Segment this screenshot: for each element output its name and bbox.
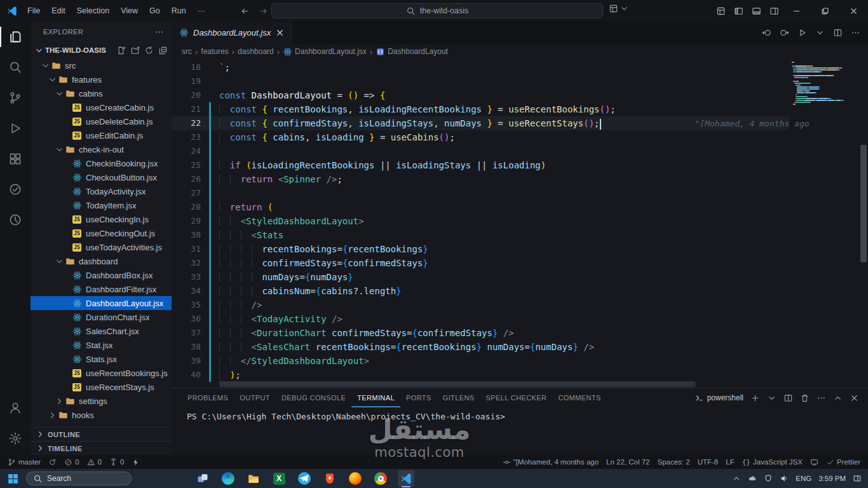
- line-number[interactable]: 40: [172, 368, 201, 382]
- breadcrumb-src[interactable]: src: [182, 47, 192, 56]
- taskbar-task-view-icon[interactable]: [194, 470, 211, 487]
- code-line-28[interactable]: 28 return (: [172, 200, 789, 214]
- section-outline[interactable]: OUTLINE: [31, 427, 172, 441]
- activity-run-debug-icon[interactable]: [0, 113, 31, 144]
- line-number[interactable]: 18: [172, 60, 201, 74]
- panel-tab-problems[interactable]: PROBLEMS: [182, 388, 234, 407]
- activity-extension-b-icon[interactable]: [0, 205, 31, 235]
- tree-file-usecheckingin-js[interactable]: JSuseCheckingIn.js: [31, 212, 172, 226]
- tree-folder-settings[interactable]: settings: [31, 394, 172, 408]
- status-warnings[interactable]: 0: [83, 455, 105, 469]
- line-number[interactable]: 25: [172, 158, 201, 172]
- tree-file-userecentstays-js[interactable]: JSuseRecentStays.js: [31, 380, 172, 394]
- toggle-secondary-sidebar-icon[interactable]: [770, 6, 779, 16]
- line-number[interactable]: 23: [172, 130, 201, 144]
- panel-tab-spell-checker[interactable]: SPELL CHECKER: [480, 388, 553, 407]
- taskbar-telegram-icon[interactable]: [296, 470, 313, 487]
- tray-chevron-icon[interactable]: [732, 474, 741, 483]
- toggle-panel-icon[interactable]: [752, 6, 761, 16]
- status-sync[interactable]: [44, 455, 60, 469]
- tree-folder-dashboard[interactable]: dashboard: [31, 254, 172, 268]
- horizontal-scrollbar[interactable]: [219, 381, 696, 387]
- start-button[interactable]: [8, 473, 18, 484]
- code-line-39[interactable]: 39 </StyledDashboardLayout>: [172, 354, 789, 368]
- menu-run[interactable]: Run: [166, 0, 192, 22]
- line-number[interactable]: 19: [172, 74, 201, 88]
- panel-tab-gitlens[interactable]: GITLENS: [437, 388, 480, 407]
- line-number[interactable]: 22: [172, 116, 201, 130]
- chevron-up-icon[interactable]: [833, 393, 843, 403]
- breadcrumb-features[interactable]: features: [201, 47, 228, 56]
- activity-extensions-icon[interactable]: [0, 144, 31, 174]
- menu-more[interactable]: ···: [192, 0, 212, 22]
- line-number[interactable]: 39: [172, 354, 201, 368]
- taskbar-chrome-icon[interactable]: [372, 470, 389, 487]
- code-line-27[interactable]: 27: [172, 186, 789, 200]
- code-line-36[interactable]: 36 <TodayActivity />: [172, 312, 789, 326]
- security-icon[interactable]: [764, 474, 773, 483]
- activity-explorer-icon[interactable]: [0, 22, 31, 52]
- code-line-18[interactable]: 18`;: [172, 60, 789, 74]
- taskbar-edge-icon[interactable]: [220, 470, 236, 487]
- taskbar-file-explorer-icon[interactable]: [245, 470, 262, 487]
- breadcrumb-dashboardlayout[interactable]: DashboardLayout: [376, 47, 448, 57]
- project-root-row[interactable]: THE-WILD-OASIS: [31, 42, 172, 58]
- more-icon[interactable]: [154, 27, 164, 37]
- code-line-34[interactable]: 34 cabinsNum={cabins?.length}: [172, 284, 789, 298]
- code-line-37[interactable]: 37 <DurationChart confirmedStays={confir…: [172, 326, 789, 340]
- more-icon[interactable]: [851, 28, 860, 37]
- tree-file-usecheckingout-js[interactable]: JSuseCheckingOut.js: [31, 226, 172, 240]
- tree-file-usecreatecabin-js[interactable]: JSuseCreateCabin.js: [31, 100, 172, 114]
- taskbar-excel-icon[interactable]: X: [271, 470, 287, 487]
- menu-edit[interactable]: Edit: [46, 0, 71, 22]
- tree-folder-src[interactable]: src: [31, 58, 172, 72]
- tree-file-userecentbookings-js[interactable]: JSuseRecentBookings.js: [31, 366, 172, 380]
- line-number[interactable]: 33: [172, 270, 201, 284]
- menu-selection[interactable]: Selection: [71, 0, 115, 22]
- code-line-24[interactable]: 24: [172, 144, 789, 158]
- activity-source-control-icon[interactable]: [0, 83, 31, 113]
- section-timeline[interactable]: TIMELINE: [31, 441, 172, 455]
- panel-tab-ports[interactable]: PORTS: [400, 388, 437, 407]
- line-number[interactable]: 34: [172, 284, 201, 298]
- tree-folder-cabins[interactable]: cabins: [31, 86, 172, 100]
- split-editor-icon[interactable]: [833, 28, 843, 37]
- run-icon[interactable]: [797, 28, 807, 37]
- status-branch[interactable]: master: [4, 455, 44, 469]
- tray-language[interactable]: ENG: [796, 475, 811, 482]
- close-icon[interactable]: [850, 393, 859, 403]
- activity-extension-a-icon[interactable]: [0, 174, 31, 205]
- maximize-button[interactable]: [811, 0, 839, 22]
- onedrive-icon[interactable]: [748, 474, 757, 483]
- code-line-32[interactable]: 32 confirmedStays={confirmedStays}: [172, 256, 789, 270]
- tree-file-durationchart-jsx[interactable]: DurationChart.jsx: [31, 310, 172, 324]
- status-errors[interactable]: 0: [60, 455, 83, 469]
- tree-file-usedeletecabin-js[interactable]: JSuseDeleteCabin.js: [31, 114, 172, 128]
- tree-file-dashboardbox-jsx[interactable]: DashboardBox.jsx: [31, 268, 172, 282]
- line-number[interactable]: 29: [172, 214, 201, 228]
- tree-file-todayitem-jsx[interactable]: TodayItem.jsx: [31, 198, 172, 212]
- line-number[interactable]: 27: [172, 186, 201, 200]
- toggle-sidebar-icon[interactable]: [734, 6, 743, 16]
- volume-icon[interactable]: [780, 474, 789, 483]
- close-button[interactable]: [839, 0, 868, 22]
- prev-change-icon[interactable]: [762, 28, 771, 37]
- code-line-21[interactable]: 21 const { recentBookings, isLoadingRece…: [172, 102, 789, 116]
- tree-file-checkinbooking-jsx[interactable]: CheckinBooking.jsx: [31, 156, 172, 170]
- activity-account-icon[interactable]: [0, 393, 31, 423]
- panel-tab-comments[interactable]: COMMENTS: [552, 388, 606, 407]
- vertical-scrollbar[interactable]: [859, 59, 868, 388]
- tree-file-todayactivity-jsx[interactable]: TodayActivity.jsx: [31, 184, 172, 198]
- code-line-35[interactable]: 35 />: [172, 298, 789, 312]
- status-blame[interactable]: "[Mohamed, 4 months ago: [499, 455, 603, 469]
- tree-file-saleschart-jsx[interactable]: SalesChart.jsx: [31, 324, 172, 338]
- status-cursor-position[interactable]: Ln 22, Col 72: [602, 455, 653, 469]
- menu-file[interactable]: File: [22, 0, 46, 22]
- panel-tab-debug-console[interactable]: DEBUG CONSOLE: [276, 388, 351, 407]
- next-change-icon[interactable]: [780, 28, 789, 37]
- code-line-33[interactable]: 33 numDays={numDays}: [172, 270, 789, 284]
- status-screen[interactable]: [806, 455, 822, 469]
- line-number[interactable]: 32: [172, 256, 201, 270]
- panel-tab-terminal[interactable]: TERMINAL: [351, 388, 400, 407]
- trash-icon[interactable]: [800, 393, 810, 403]
